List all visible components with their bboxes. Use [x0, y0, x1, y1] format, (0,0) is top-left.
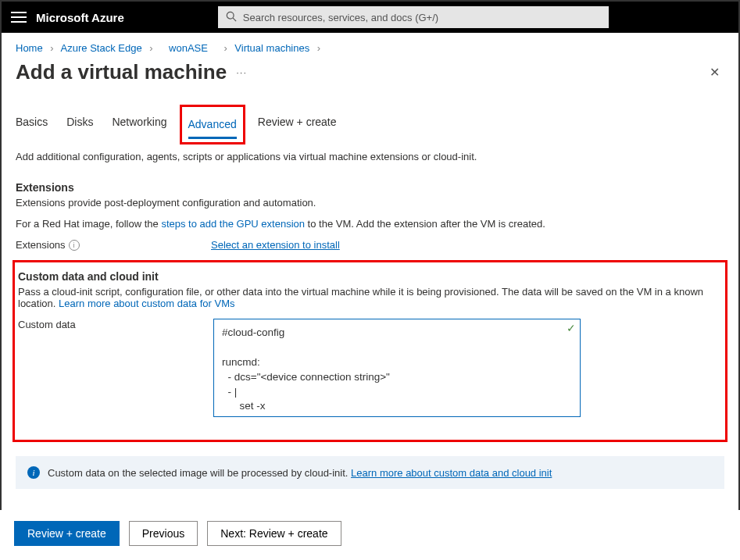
chevron-right-icon: › [223, 42, 227, 54]
breadcrumb-resource[interactable]: wonASE [169, 42, 208, 54]
chevron-right-icon: › [317, 42, 320, 54]
select-extension-link[interactable]: Select an extension to install [211, 239, 340, 251]
extensions-label: Extensions [16, 239, 66, 251]
tab-review[interactable]: Review + create [258, 108, 337, 141]
search-input[interactable]: Search resources, services, and docs (G+… [218, 6, 609, 28]
custom-data-learn-link[interactable]: Learn more about custom data for VMs [59, 298, 234, 309]
brand-label: Microsoft Azure [36, 11, 124, 24]
cloud-init-heading: Custom data and cloud init [18, 270, 722, 283]
extensions-desc: Extensions provide post-deployment confi… [16, 197, 724, 209]
breadcrumb: Home › Azure Stack Edge › wonASE › Virtu… [2, 33, 738, 59]
search-icon [226, 11, 237, 24]
next-button[interactable]: Next: Review + create [207, 521, 341, 546]
banner-link[interactable]: Learn more about custom data and cloud i… [351, 467, 552, 479]
page-title: Add a virtual machine [16, 60, 227, 84]
banner-text: Custom data on the selected image will b… [48, 467, 351, 479]
chevron-right-icon: › [50, 42, 53, 54]
cloud-init-desc: Pass a cloud-init script, configuration … [18, 286, 722, 309]
info-banner: i Custom data on the selected image will… [16, 456, 724, 489]
extensions-redhat-note: For a Red Hat image, follow the steps to… [16, 218, 724, 230]
breadcrumb-vms[interactable]: Virtual machines [234, 42, 309, 54]
previous-button[interactable]: Previous [129, 521, 198, 546]
breadcrumb-home[interactable]: Home [16, 42, 43, 54]
extensions-heading: Extensions [16, 181, 724, 194]
custom-data-label: Custom data [18, 319, 76, 330]
review-create-button[interactable]: Review + create [14, 521, 120, 546]
svg-line-1 [233, 18, 236, 21]
info-icon: i [27, 466, 40, 479]
svg-point-0 [227, 12, 234, 19]
info-icon[interactable]: i [69, 240, 80, 251]
more-icon[interactable]: ··· [236, 66, 247, 78]
tab-networking[interactable]: Networking [112, 108, 166, 141]
breadcrumb-stack-edge[interactable]: Azure Stack Edge [61, 42, 142, 54]
chevron-right-icon: › [149, 42, 152, 54]
menu-icon[interactable] [11, 12, 27, 23]
check-icon: ✓ [567, 322, 576, 334]
tab-disks[interactable]: Disks [66, 108, 93, 141]
gpu-extension-link[interactable]: steps to add the GPU extension [161, 218, 305, 230]
search-placeholder: Search resources, services, and docs (G+… [243, 12, 438, 23]
tab-basics[interactable]: Basics [16, 108, 48, 141]
custom-data-textarea[interactable] [213, 319, 581, 417]
intro-text: Add additional configuration, agents, sc… [16, 151, 724, 162]
tabs: Basics Disks Networking Advanced Review … [2, 94, 738, 141]
tab-advanced[interactable]: Advanced [188, 110, 237, 139]
close-icon[interactable]: ✕ [705, 60, 724, 84]
